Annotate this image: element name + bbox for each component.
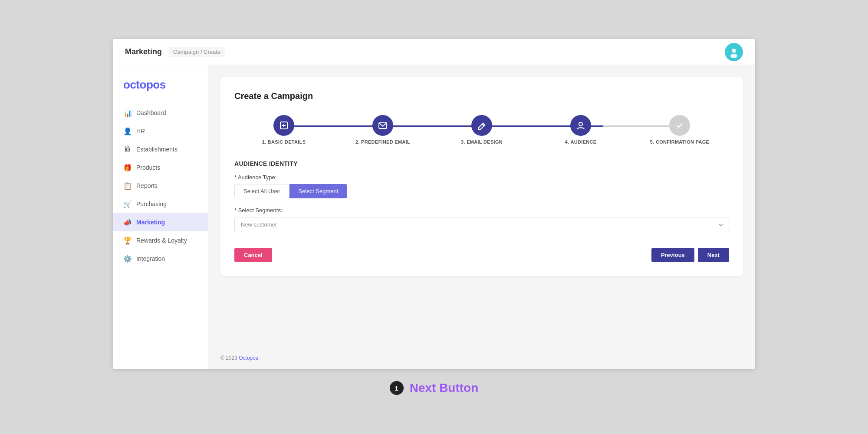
svg-point-7	[579, 122, 582, 126]
logo-text: octopos	[123, 78, 166, 91]
hr-icon: 👤	[123, 127, 132, 135]
step-circle-5	[669, 115, 690, 136]
sidebar-item-hr[interactable]: 👤 HR	[113, 122, 208, 140]
products-icon: 🎁	[123, 163, 132, 172]
step-circle-3	[471, 115, 492, 136]
card-footer: Cancel Previous Next	[234, 244, 729, 262]
step-circle-2	[372, 115, 393, 136]
sidebar-item-dashboard[interactable]: 📊 Dashboard	[113, 104, 208, 122]
page-title: Marketing	[125, 47, 162, 56]
app-footer: © 2023 Octopos	[208, 347, 755, 369]
step-label-5: 5. CONFIRMATION PAGE	[650, 139, 709, 145]
cancel-button[interactable]: Cancel	[234, 248, 272, 262]
step-label-4: 4. AUDIENCE	[565, 139, 597, 145]
create-campaign-card: Create a Campaign	[220, 77, 743, 276]
step-circle-1	[273, 115, 294, 136]
sidebar-item-marketing[interactable]: 📣 Marketing	[113, 213, 208, 231]
sidebar-nav: 📊 Dashboard 👤 HR 🏛 Establishments 🎁 Prod…	[113, 104, 208, 360]
annotation-badge: 1	[390, 381, 404, 395]
avatar	[725, 43, 743, 61]
step-4: 4. AUDIENCE	[531, 115, 630, 145]
app-layout: octopos 📊 Dashboard 👤 HR 🏛 Establishment…	[113, 65, 755, 369]
marketing-icon: 📣	[123, 218, 132, 227]
audience-type-group: * Audience Type: Select All User Select …	[234, 174, 729, 198]
logo: octopos	[113, 74, 208, 104]
step-label-3: 3. EMAIL DESIGN	[461, 139, 503, 145]
footer-link[interactable]: Octopos	[239, 355, 258, 361]
audience-type-toggle: Select All User Select Segment	[234, 184, 729, 198]
footer-copy: © 2023	[220, 355, 237, 361]
svg-point-1	[730, 54, 737, 58]
segments-select[interactable]: New customer	[234, 217, 729, 232]
sidebar-label-products: Products	[136, 164, 160, 171]
section-title: AUDIENCE IDENTITY	[234, 160, 729, 167]
step-1: 1. BASIC DETAILS	[234, 115, 333, 145]
sidebar-item-rewards[interactable]: 🏆 Rewards & Loyalty	[113, 231, 208, 250]
integration-icon: ⚙️	[123, 254, 132, 263]
sidebar-label-hr: HR	[136, 128, 145, 135]
segments-label: * Select Segments:	[234, 207, 729, 214]
sidebar-label-rewards: Rewards & Loyalty	[136, 237, 187, 244]
main-content: Create a Campaign	[208, 65, 755, 347]
header-left: Marketing Campaign / Create	[125, 47, 225, 57]
btn-group-right: Previous Next	[651, 248, 729, 262]
step-2: 2. PREDEFINED EMAIL	[333, 115, 432, 145]
sidebar: octopos 📊 Dashboard 👤 HR 🏛 Establishment…	[113, 65, 208, 369]
dashboard-icon: 📊	[123, 108, 132, 117]
step-circle-4	[570, 115, 591, 136]
previous-button[interactable]: Previous	[651, 248, 694, 262]
step-5: 5. CONFIRMATION PAGE	[630, 115, 729, 145]
purchasing-icon: 🛒	[123, 200, 132, 208]
step-3: 3. EMAIL DESIGN	[432, 115, 531, 145]
sidebar-item-establishments[interactable]: 🏛 Establishments	[113, 140, 208, 158]
annotation-label: Next Button	[410, 381, 479, 395]
reports-icon: 📋	[123, 181, 132, 190]
sidebar-label-purchasing: Purchasing	[136, 201, 167, 207]
sidebar-item-reports[interactable]: 📋 Reports	[113, 177, 208, 195]
audience-type-label: * Audience Type:	[234, 174, 729, 181]
toggle-segment-button[interactable]: Select Segment	[289, 184, 348, 198]
top-header: Marketing Campaign / Create	[113, 39, 755, 65]
rewards-icon: 🏆	[123, 236, 132, 245]
sidebar-item-integration[interactable]: ⚙️ Integration	[113, 250, 208, 268]
step-label-1: 1. BASIC DETAILS	[262, 139, 306, 145]
header-right	[725, 43, 743, 61]
sidebar-item-products[interactable]: 🎁 Products	[113, 158, 208, 177]
toggle-all-users-button[interactable]: Select All User	[234, 184, 289, 198]
select-segments-group: * Select Segments: New customer	[234, 207, 729, 232]
next-button[interactable]: Next	[698, 248, 729, 262]
breadcrumb: Campaign / Create	[169, 47, 225, 57]
stepper: 1. BASIC DETAILS 2. PREDEFINED EMAIL	[234, 115, 729, 145]
sidebar-label-integration: Integration	[136, 255, 165, 262]
app-window: Marketing Campaign / Create octopos	[113, 39, 755, 369]
sidebar-label-dashboard: Dashboard	[136, 109, 166, 116]
card-title: Create a Campaign	[234, 91, 729, 101]
sidebar-label-establishments: Establishments	[136, 146, 178, 153]
step-label-2: 2. PREDEFINED EMAIL	[355, 139, 410, 145]
sidebar-label-reports: Reports	[136, 182, 158, 189]
sidebar-item-purchasing[interactable]: 🛒 Purchasing	[113, 195, 208, 213]
svg-point-0	[732, 49, 736, 53]
establishments-icon: 🏛	[123, 145, 132, 154]
bottom-annotation: 1 Next Button	[390, 381, 479, 395]
sidebar-label-marketing: Marketing	[136, 219, 165, 226]
